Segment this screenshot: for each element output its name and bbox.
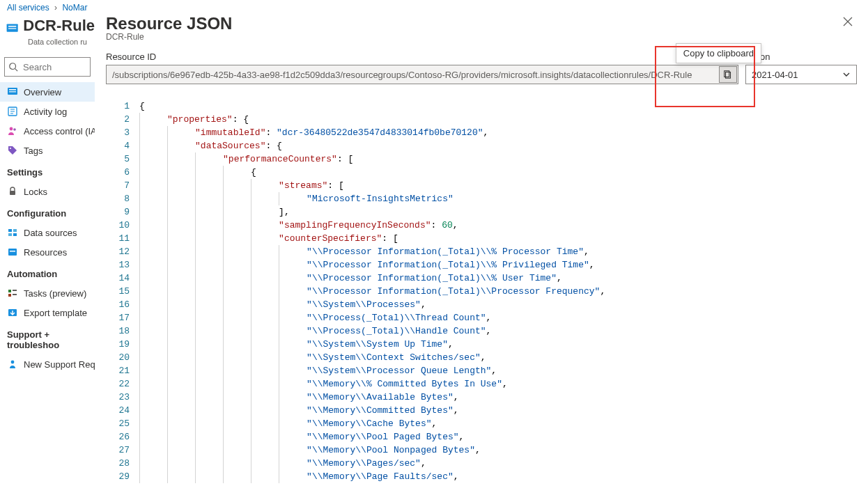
resource-nav: Overview Activity log Access control (IA… [0,82,95,486]
svg-rect-17 [13,229,17,232]
nav-export-label: Export template [24,308,87,318]
svg-rect-7 [9,91,16,93]
blade-subtitle: DCR-Rule [106,32,232,42]
svg-rect-18 [8,233,12,236]
json-editor[interactable]: 1234567891011121314151617181920212223242… [106,97,857,486]
svg-rect-21 [10,251,15,252]
nav-overview[interactable]: Overview [0,82,95,102]
svg-point-3 [10,63,16,70]
breadcrumb-all-services[interactable]: All services [7,3,49,13]
copy-icon [723,70,733,79]
api-version-select[interactable]: 2021-04-01 [745,65,857,84]
nav-activity-log[interactable]: Activity log [0,102,95,121]
nav-overview-label: Overview [24,87,61,97]
nav-tags-label: Tags [24,146,42,156]
chevron-down-icon [842,70,851,79]
svg-rect-22 [8,290,11,292]
breadcrumb-item-2[interactable]: NoMar [62,3,87,13]
resource-json-blade: Resource JSON DCR-Rule Resource ID Copy … [95,13,868,486]
svg-rect-6 [9,89,16,91]
resource-left-pane: DCR-Rule Data collection ru Overview Act… [0,13,95,486]
resources-icon [7,246,18,258]
nav-resources-label: Resources [24,247,67,258]
api-version-label: ersion [745,52,857,62]
copy-tooltip: Copy to clipboard [676,43,761,63]
svg-rect-1 [8,26,16,27]
svg-rect-19 [13,233,17,236]
nav-section-automation: Automation [0,262,95,283]
svg-rect-25 [13,294,17,295]
svg-rect-23 [8,294,11,297]
tags-icon [7,145,18,156]
nav-tasks[interactable]: Tasks (preview) [0,283,95,303]
tasks-icon [7,288,18,299]
nav-resources[interactable]: Resources [0,242,95,262]
nav-iam-label: Access control (IAM [24,126,95,136]
nav-locks[interactable]: Locks [0,182,95,201]
copy-resource-id-button[interactable]: Copy to clipboard [719,66,737,83]
nav-datasources-label: Data sources [24,228,77,238]
editor-gutter: 1234567891011121314151617181920212223242… [106,97,139,486]
svg-point-14 [10,148,11,149]
svg-rect-2 [8,28,16,29]
resource-id-input[interactable] [106,65,738,84]
dcr-resource-icon [6,19,19,38]
blade-title: Resource JSON [106,14,232,33]
nav-section-settings: Settings [0,160,95,182]
close-icon [843,17,853,26]
menu-search[interactable] [4,57,91,77]
nav-section-config: Configuration [0,201,95,223]
svg-point-12 [10,127,13,131]
svg-rect-16 [8,229,12,232]
support-icon [7,359,18,370]
lock-icon [7,186,18,197]
svg-rect-20 [8,249,17,256]
nav-tags[interactable]: Tags [0,141,95,160]
breadcrumb: All services › NoMar [0,0,868,13]
svg-rect-24 [13,290,17,291]
api-version-field: ersion 2021-04-01 [745,52,857,84]
nav-activity-label: Activity log [24,107,67,117]
iam-icon [7,125,18,136]
nav-new-support[interactable]: New Support Requ [0,354,95,374]
svg-line-4 [15,69,18,72]
data-sources-icon [7,227,18,238]
nav-tasks-label: Tasks (preview) [24,288,86,299]
nav-access-control[interactable]: Access control (IAM [0,121,95,141]
editor-code[interactable]: { "properties": { "immutableId": "dcr-36… [139,97,857,486]
blade-close-button[interactable] [839,14,857,32]
svg-point-27 [11,361,15,364]
nav-export-template[interactable]: Export template [0,303,95,322]
nav-section-support: Support + troubleshoo [0,322,95,354]
breadcrumb-sep: › [52,3,60,13]
svg-point-13 [13,128,16,131]
export-template-icon [7,307,18,318]
resource-type-label: Data collection ru [0,38,95,53]
nav-data-sources[interactable]: Data sources [0,223,95,242]
resource-id-label: Resource ID [106,52,738,62]
nav-support-label: New Support Requ [24,359,95,370]
activity-log-icon [7,106,18,117]
nav-locks-label: Locks [24,187,47,197]
search-icon [8,62,18,72]
overview-icon [7,86,18,97]
svg-rect-15 [10,191,15,195]
resource-id-field: Resource ID Copy to clipboard [106,52,738,84]
api-version-value: 2021-04-01 [752,70,798,80]
resource-title: DCR-Rule [23,17,95,35]
